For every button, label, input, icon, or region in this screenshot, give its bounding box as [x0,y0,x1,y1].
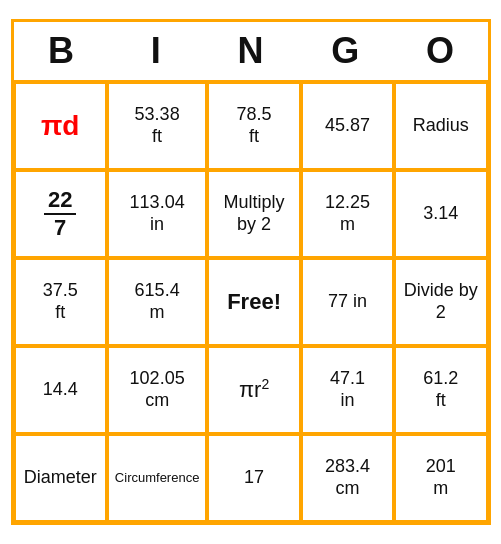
cell-r5c2-text: Circumference [115,470,200,486]
cell-r1c4: 45.87 [301,82,394,170]
cell-r5c1: Diameter [14,434,107,522]
fraction-numerator: 22 [44,187,76,215]
header-i: I [108,22,203,80]
cell-r5c3: 17 [207,434,300,522]
cell-r2c4: 12.25m [301,170,394,258]
cell-r1c5: Radius [394,82,487,170]
cell-r4c2-text: 102.05cm [130,368,185,411]
header-o: O [393,22,488,80]
cell-r5c1-text: Diameter [24,467,97,489]
cell-r4c4: 47.1in [301,346,394,434]
cell-r2c3: Multiply by 2 [207,170,300,258]
header-n: N [203,22,298,80]
cell-r3c2: 615.4m [107,258,208,346]
cell-r1c1: πd [14,82,107,170]
cell-r4c1-text: 14.4 [43,379,78,401]
cell-r5c4: 283.4cm [301,434,394,522]
fraction-denominator: 7 [50,215,70,241]
cell-r1c5-text: Radius [413,115,469,137]
cell-r4c4-text: 47.1in [330,368,365,411]
fraction-22-7: 22 7 [44,187,76,242]
cell-r4c5-text: 61.2ft [423,368,458,411]
cell-r2c1: 22 7 [14,170,107,258]
cell-r1c2-text: 53.38ft [135,104,180,147]
cell-free: Free! [207,258,300,346]
cell-r5c4-text: 283.4cm [325,456,370,499]
bingo-header: B I N G O [14,22,488,82]
cell-r2c3-text: Multiply by 2 [215,192,292,235]
cell-r5c3-text: 17 [244,467,264,489]
cell-r1c3: 78.5ft [207,82,300,170]
pi-r2-symbol: πr2 [239,376,269,404]
cell-r3c5-text: Divide by 2 [402,280,479,323]
cell-r4c5: 61.2ft [394,346,487,434]
cell-r2c2-text: 113.04in [130,192,185,235]
cell-r2c5-text: 3.14 [423,203,458,225]
cell-r2c2: 113.04in [107,170,208,258]
cell-r3c5: Divide by 2 [394,258,487,346]
cell-r3c4: 77 in [301,258,394,346]
cell-r1c4-text: 45.87 [325,115,370,137]
pi-d-symbol: πd [41,109,80,143]
cell-r5c5-text: 201m [426,456,456,499]
cell-r4c2: 102.05cm [107,346,208,434]
bingo-grid: πd 53.38ft 78.5ft 45.87 Radius 22 7 113.… [14,82,488,522]
cell-r4c1: 14.4 [14,346,107,434]
cell-r3c1: 37.5ft [14,258,107,346]
cell-r2c5: 3.14 [394,170,487,258]
cell-r4c3: πr2 [207,346,300,434]
header-g: G [298,22,393,80]
cell-r1c3-text: 78.5ft [237,104,272,147]
cell-r5c2: Circumference [107,434,208,522]
cell-r5c5: 201m [394,434,487,522]
header-b: B [14,22,109,80]
cell-r1c2: 53.38ft [107,82,208,170]
bingo-card: B I N G O πd 53.38ft 78.5ft 45.87 Radius… [11,19,491,525]
cell-free-text: Free! [227,289,281,315]
cell-r3c1-text: 37.5ft [43,280,78,323]
cell-r2c4-text: 12.25m [325,192,370,235]
cell-r3c4-text: 77 in [328,291,367,313]
cell-r3c2-text: 615.4m [135,280,180,323]
